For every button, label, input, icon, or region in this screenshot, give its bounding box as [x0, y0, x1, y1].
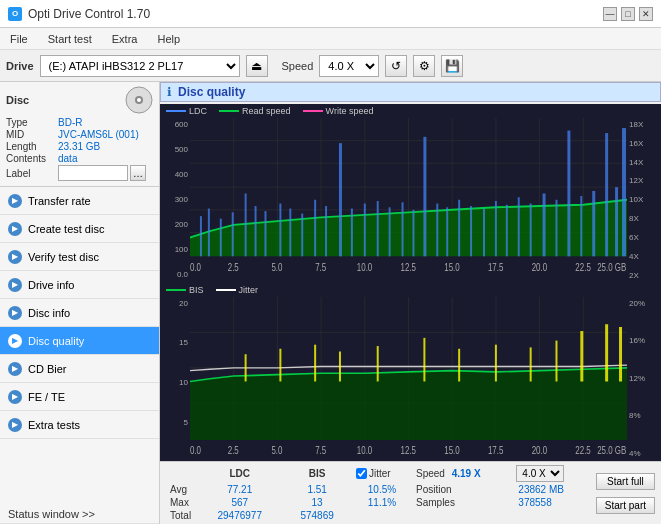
svg-text:12.5: 12.5 — [401, 263, 416, 274]
chart2-y-left: 20 15 10 5 — [162, 297, 190, 461]
svg-text:0.0: 0.0 — [190, 443, 201, 456]
svg-text:25.0 GB: 25.0 GB — [597, 263, 626, 274]
read-speed-legend: Read speed — [219, 106, 291, 116]
chart2-y-right: 20% 16% 12% 8% 4% — [627, 297, 659, 461]
svg-rect-54 — [615, 187, 618, 256]
sidebar-item-extra-tests[interactable]: ▶ Extra tests — [0, 411, 159, 439]
total-ldc: 29476977 — [197, 509, 282, 522]
settings-button[interactable]: ⚙ — [413, 55, 435, 77]
maximize-button[interactable]: □ — [621, 7, 635, 21]
ldc-legend-label: LDC — [189, 106, 207, 116]
y1-300: 300 — [175, 195, 188, 204]
sidebar-item-disc-quality[interactable]: ▶ Disc quality — [0, 327, 159, 355]
write-speed-legend: Write speed — [303, 106, 374, 116]
svg-rect-20 — [208, 209, 210, 257]
disc-quality-header: ℹ Disc quality — [160, 82, 661, 102]
start-part-button[interactable]: Start part — [596, 497, 655, 514]
drive-info-icon: ▶ — [8, 278, 22, 292]
svg-rect-29 — [314, 200, 316, 257]
svg-rect-92 — [605, 324, 608, 381]
y1-00: 0.0 — [177, 270, 188, 279]
jitter-label: Jitter — [369, 468, 391, 479]
menu-help[interactable]: Help — [153, 32, 184, 46]
disc-header: Disc — [6, 86, 153, 114]
stats-speed-select[interactable]: 4.0 X — [516, 465, 564, 482]
sidebar-item-drive-info[interactable]: ▶ Drive info — [0, 271, 159, 299]
svg-rect-52 — [592, 191, 595, 256]
svg-rect-81 — [245, 354, 247, 381]
sidebar-item-verify-test-disc[interactable]: ▶ Verify test disc — [0, 243, 159, 271]
sidebar-item-cd-bier[interactable]: ▶ CD Bier — [0, 355, 159, 383]
stats-speed-header: Speed 4.19 X — [412, 464, 514, 483]
stats-table: LDC BIS Jitter Speed 4.19 X 4 — [164, 464, 590, 522]
y1r-10x: 10X — [629, 195, 643, 204]
disc-quality-label: Disc quality — [28, 335, 84, 347]
cd-bier-label: CD Bier — [28, 363, 67, 375]
svg-rect-88 — [495, 344, 497, 381]
status-window-nav[interactable]: Status window >> — [0, 505, 159, 524]
disc-length-row: Length 23.31 GB — [6, 141, 153, 152]
eject-button[interactable]: ⏏ — [246, 55, 268, 77]
avg-label: Avg — [164, 483, 197, 496]
minimize-button[interactable]: — — [603, 7, 617, 21]
jitter-legend-label: Jitter — [239, 285, 259, 295]
svg-text:17.5: 17.5 — [488, 443, 503, 456]
drive-label: Drive — [6, 60, 34, 72]
svg-rect-93 — [619, 326, 622, 381]
y2-10: 10 — [179, 378, 188, 387]
disc-header-label: Disc — [6, 94, 29, 106]
disc-panel: Disc Type BD-R MID JVC-AMS6L (001) Lengt… — [0, 82, 159, 187]
menu-start-test[interactable]: Start test — [44, 32, 96, 46]
menu-file[interactable]: File — [6, 32, 32, 46]
svg-rect-28 — [301, 214, 303, 257]
total-bis: 574869 — [282, 509, 352, 522]
svg-rect-48 — [543, 193, 546, 256]
position-value: 23862 MB — [514, 483, 590, 496]
sidebar-item-fe-te[interactable]: ▶ FE / TE — [0, 383, 159, 411]
sidebar-item-transfer-rate[interactable]: ▶ Transfer rate — [0, 187, 159, 215]
svg-text:22.5: 22.5 — [575, 443, 590, 456]
sidebar: Disc Type BD-R MID JVC-AMS6L (001) Lengt… — [0, 82, 160, 524]
start-full-button[interactable]: Start full — [596, 473, 655, 490]
disc-mid-label: MID — [6, 129, 58, 140]
svg-rect-46 — [518, 197, 520, 256]
stats-avg-row: Avg 77.21 1.51 10.5% Position 23862 MB — [164, 483, 590, 496]
close-button[interactable]: ✕ — [639, 7, 653, 21]
disc-type-value: BD-R — [58, 117, 82, 128]
sidebar-item-create-test-disc[interactable]: ▶ Create test disc — [0, 215, 159, 243]
svg-rect-32 — [351, 209, 353, 257]
jitter-legend-color — [216, 289, 236, 291]
disc-icon — [125, 86, 153, 114]
menu-extra[interactable]: Extra — [108, 32, 142, 46]
speed-select[interactable]: 4.0 X — [319, 55, 379, 77]
chart1-area: 600 500 400 300 200 100 0.0 — [162, 118, 659, 282]
y2r-8pct: 8% — [629, 411, 641, 420]
svg-text:2.5: 2.5 — [228, 263, 239, 274]
titlebar: O Opti Drive Control 1.70 — □ ✕ — [0, 0, 661, 28]
fe-te-icon: ▶ — [8, 390, 22, 404]
svg-point-2 — [137, 98, 141, 102]
jitter-checkbox[interactable] — [356, 468, 367, 479]
disc-label-input[interactable] — [58, 165, 128, 181]
disc-label-btn[interactable]: … — [130, 165, 146, 181]
drive-select[interactable]: (E:) ATAPI iHBS312 2 PL17 — [40, 55, 240, 77]
action-buttons: Start full Start part — [594, 464, 657, 522]
sidebar-item-disc-info[interactable]: ▶ Disc info — [0, 299, 159, 327]
svg-text:12.5: 12.5 — [401, 443, 416, 456]
save-button[interactable]: 💾 — [441, 55, 463, 77]
jitter-check-label[interactable]: Jitter — [356, 468, 408, 479]
y1r-4x: 4X — [629, 252, 639, 261]
y2r-20pct: 20% — [629, 299, 645, 308]
chart2-area: 20 15 10 5 — [162, 297, 659, 461]
y1-200: 200 — [175, 220, 188, 229]
svg-text:15.0: 15.0 — [444, 443, 459, 456]
app-icon: O — [8, 7, 22, 21]
disc-type-label: Type — [6, 117, 58, 128]
svg-rect-25 — [264, 211, 266, 256]
svg-rect-53 — [605, 133, 608, 256]
stats-ldc-header: LDC — [197, 464, 282, 483]
create-test-disc-label: Create test disc — [28, 223, 104, 235]
avg-bis: 1.51 — [282, 483, 352, 496]
refresh-button[interactable]: ↺ — [385, 55, 407, 77]
y1r-16x: 16X — [629, 139, 643, 148]
